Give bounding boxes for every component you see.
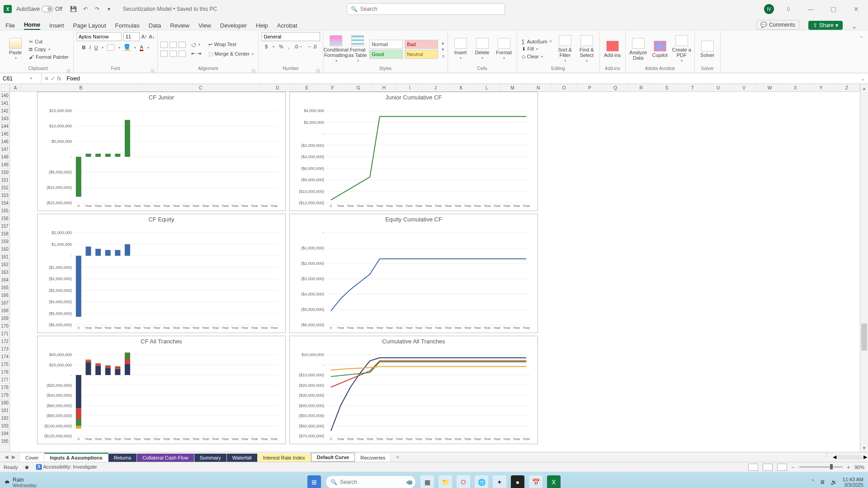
search-box[interactable]: 🔍 bbox=[347, 3, 505, 15]
italic-button[interactable]: I bbox=[89, 45, 90, 50]
style-bad[interactable]: Bad bbox=[405, 40, 438, 49]
close-button[interactable]: ✕ bbox=[848, 3, 864, 15]
undo-icon[interactable]: ↶ bbox=[80, 3, 91, 15]
column-header[interactable]: U bbox=[706, 84, 731, 91]
font-size-input[interactable] bbox=[123, 32, 140, 41]
menu-tab-file[interactable]: File bbox=[5, 21, 15, 30]
name-box[interactable]: ▾ bbox=[0, 73, 42, 84]
collapse-ribbon-icon[interactable]: ⌄ bbox=[859, 33, 863, 39]
new-sheet-button[interactable]: ＋ bbox=[391, 452, 404, 462]
row-header[interactable]: 183 bbox=[0, 422, 9, 430]
macro-record-icon[interactable]: ⏺ bbox=[24, 465, 29, 470]
task-view-icon[interactable]: ▦ bbox=[420, 475, 434, 488]
row-header[interactable]: 155 bbox=[0, 207, 9, 215]
vertical-scrollbar[interactable]: ▲ ▼ bbox=[860, 84, 868, 452]
row-header[interactable]: 153 bbox=[0, 192, 9, 199]
column-header[interactable]: C bbox=[141, 84, 261, 91]
row-header[interactable]: 180 bbox=[0, 399, 9, 407]
row-header[interactable]: 185 bbox=[0, 437, 9, 445]
align-center-icon[interactable] bbox=[170, 51, 177, 57]
app-icon-1[interactable]: ✦ bbox=[493, 475, 506, 488]
row-headers[interactable]: 1401411421431441451461471481491501511521… bbox=[0, 84, 10, 452]
row-header[interactable]: 161 bbox=[0, 253, 9, 261]
zoom-slider[interactable] bbox=[799, 466, 843, 468]
copy-button[interactable]: ⧉Copy▾ bbox=[27, 46, 71, 53]
column-header[interactable]: X bbox=[783, 84, 808, 91]
comma-icon[interactable]: , bbox=[288, 44, 289, 49]
comments-button[interactable]: 💬 Comments bbox=[756, 20, 799, 30]
row-header[interactable]: 177 bbox=[0, 376, 9, 384]
row-header[interactable]: 146 bbox=[0, 138, 9, 145]
column-header[interactable]: H bbox=[372, 84, 397, 91]
sort-filter-button[interactable]: Sort & Filter▾ bbox=[555, 35, 575, 63]
row-header[interactable]: 171 bbox=[0, 330, 9, 338]
row-header[interactable]: 142 bbox=[0, 107, 9, 115]
row-header[interactable]: 168 bbox=[0, 307, 9, 314]
column-header[interactable]: O bbox=[552, 84, 577, 91]
opera-icon[interactable]: O bbox=[457, 475, 470, 488]
row-header[interactable]: 175 bbox=[0, 361, 9, 368]
sheet-nav[interactable]: ◀▶ bbox=[0, 452, 20, 462]
formula-input[interactable] bbox=[64, 73, 858, 84]
column-header[interactable]: B bbox=[21, 84, 141, 91]
zoom-level[interactable]: 90% bbox=[854, 465, 864, 470]
sheet-tab-collateral-cash-flow[interactable]: Collateral Cash Flow bbox=[137, 454, 194, 462]
column-header[interactable]: L bbox=[474, 84, 500, 91]
row-header[interactable]: 162 bbox=[0, 261, 9, 268]
increase-font-icon[interactable]: A↑ bbox=[142, 34, 147, 39]
row-header[interactable]: 166 bbox=[0, 291, 9, 299]
page-break-view-button[interactable] bbox=[777, 464, 787, 471]
menu-tab-formulas[interactable]: Formulas bbox=[115, 21, 140, 30]
fill-color-icon[interactable]: 🪣 bbox=[124, 44, 130, 51]
column-header[interactable]: W bbox=[757, 84, 783, 91]
normal-view-button[interactable] bbox=[748, 464, 758, 471]
app-icon-2[interactable]: ● bbox=[511, 475, 524, 488]
merge-center-button[interactable]: ⬚Merge & Center▾ bbox=[207, 51, 256, 57]
decrease-decimal-icon[interactable]: ←.0 bbox=[307, 44, 316, 49]
align-bottom-icon[interactable] bbox=[179, 42, 186, 48]
sheet-tab-cover[interactable]: Cover bbox=[20, 454, 44, 462]
dialog-launcher-icon[interactable]: ◲ bbox=[151, 68, 155, 73]
clear-button[interactable]: ◇Clear▾ bbox=[520, 53, 553, 60]
dialog-launcher-icon[interactable]: ◲ bbox=[316, 68, 320, 73]
increase-decimal-icon[interactable]: .0→ bbox=[294, 44, 303, 49]
bold-button[interactable]: B bbox=[82, 45, 85, 50]
column-header[interactable]: R bbox=[628, 84, 654, 91]
horizontal-scrollbar[interactable]: ◀▶ bbox=[832, 452, 868, 462]
sheet-tab-summary[interactable]: Summary bbox=[194, 454, 227, 462]
app-icon-3[interactable]: 📅 bbox=[529, 475, 542, 488]
row-header[interactable]: 184 bbox=[0, 430, 9, 437]
style-good[interactable]: Good bbox=[369, 50, 403, 59]
column-header[interactable]: M bbox=[500, 84, 526, 91]
autosave-toggle[interactable]: AutoSave Off bbox=[16, 6, 62, 12]
row-header[interactable]: 165 bbox=[0, 284, 9, 291]
network-icon[interactable]: 🖥 bbox=[820, 479, 825, 485]
increase-indent-icon[interactable]: ⇥ bbox=[197, 51, 201, 56]
chart-cf-equity[interactable]: CF Equity$2,000,000$1,000,000-($1,000,00… bbox=[37, 214, 286, 333]
file-explorer-icon[interactable]: 📁 bbox=[439, 475, 452, 488]
row-header[interactable]: 152 bbox=[0, 184, 9, 192]
tab-split-handle[interactable]: ⋮ bbox=[821, 452, 832, 462]
row-header[interactable]: 148 bbox=[0, 153, 9, 161]
chart-cumulative-all-tranches[interactable]: Cumulative All Tranches$10,000,000-($10,… bbox=[289, 336, 538, 444]
align-right-icon[interactable] bbox=[179, 51, 186, 57]
row-header[interactable]: 141 bbox=[0, 99, 9, 107]
chart-junior-cumulative[interactable]: Junior Cumulative CF$4,000,000$2,000,000… bbox=[289, 92, 538, 211]
column-header[interactable]: F bbox=[320, 84, 346, 91]
row-header[interactable]: 164 bbox=[0, 276, 9, 284]
align-top-icon[interactable] bbox=[160, 42, 168, 48]
wrap-text-button[interactable]: ↩Wrap Text bbox=[207, 41, 256, 48]
qat-customize-icon[interactable]: ▾ bbox=[103, 3, 115, 15]
column-header[interactable]: Z bbox=[834, 84, 860, 91]
menu-tab-review[interactable]: Review bbox=[170, 21, 189, 30]
fill-button[interactable]: ⬇Fill▾ bbox=[520, 46, 553, 52]
find-select-button[interactable]: Find & Select▾ bbox=[577, 35, 597, 63]
row-header[interactable]: 140 bbox=[0, 92, 9, 99]
row-header[interactable]: 156 bbox=[0, 215, 9, 222]
cut-button[interactable]: ✂Cut bbox=[27, 38, 71, 45]
row-header[interactable]: 167 bbox=[0, 299, 9, 307]
format-cells-button[interactable]: Format▾ bbox=[494, 38, 514, 60]
weather-widget[interactable]: 🌧 RainWednesday bbox=[5, 477, 37, 488]
row-header[interactable]: 160 bbox=[0, 245, 9, 253]
column-header[interactable]: A bbox=[10, 84, 21, 91]
